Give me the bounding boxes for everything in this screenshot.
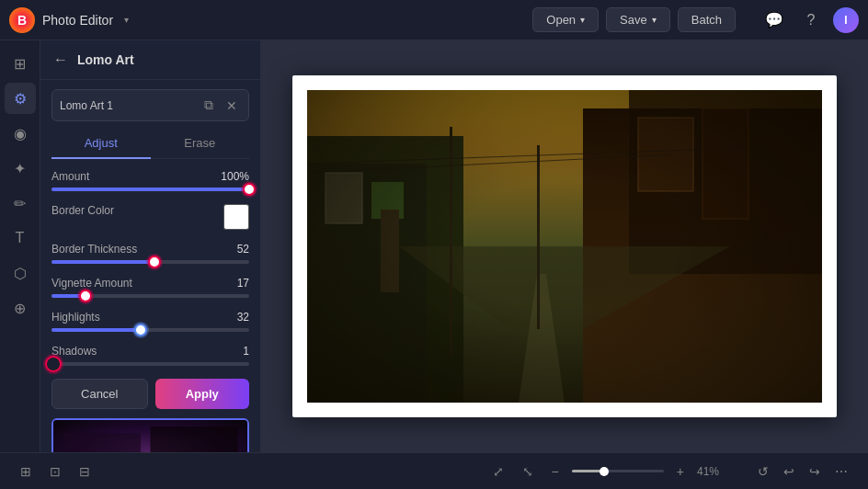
app-title-chevron[interactable]: ▾ <box>124 15 129 25</box>
topbar: B Photo Editor ▾ Open ▾ Save ▾ Batch 💬 ?… <box>0 0 868 40</box>
highlights-slider[interactable] <box>51 328 249 332</box>
undo-btn[interactable]: ↩ <box>778 461 800 483</box>
layers-tool-btn[interactable]: ⊞ <box>5 48 36 79</box>
layer-label: Lomo Art 1 <box>60 99 195 112</box>
amount-slider-row: Amount 100% <box>51 170 249 191</box>
rotate-btn[interactable]: ↺ <box>752 461 774 483</box>
highlights-value: 32 <box>237 311 249 324</box>
layer-copy-button[interactable]: ⧉ <box>200 96 217 115</box>
text-tool-btn[interactable]: T <box>5 222 36 254</box>
redo-btn[interactable]: ↪ <box>804 461 826 483</box>
tab-erase[interactable]: Erase <box>151 129 250 159</box>
help-icon-btn[interactable]: ? <box>796 6 826 35</box>
shadows-value: 1 <box>243 345 249 358</box>
app-title: Photo Editor <box>42 13 113 28</box>
vignette-slider-row: Vignette Amount 17 <box>51 277 249 298</box>
border-thickness-slider-row: Border Thickness 52 <box>51 243 249 264</box>
street-photo-svg <box>307 90 822 403</box>
panel-body: Lomo Art 1 ⧉ ✕ Adjust Erase Amount 100% <box>40 80 260 452</box>
amount-slider[interactable] <box>51 188 249 191</box>
svg-rect-21 <box>307 90 822 403</box>
shapes-tool-btn[interactable]: ⬡ <box>5 257 36 289</box>
thumb-image <box>53 420 247 452</box>
photo-image <box>307 90 822 403</box>
save-button[interactable]: Save ▾ <box>606 7 670 32</box>
back-button[interactable]: ← <box>51 50 70 70</box>
zoom-level: 41% <box>697 465 719 478</box>
effects-panel: ← Lomo Art Lomo Art 1 ⧉ ✕ Adjust Erase <box>40 40 261 452</box>
amount-label: Amount <box>51 170 89 183</box>
app-logo: B <box>9 7 35 33</box>
canvas-area <box>261 40 868 452</box>
crop-bottom-btn[interactable]: ⊡ <box>44 461 66 483</box>
shadows-slider[interactable] <box>51 362 249 366</box>
border-color-label: Border Color <box>51 204 114 230</box>
border-color-row: Border Color <box>51 204 249 230</box>
main-layout: ⊞ ⚙ ◉ ✦ ✏ T ⬡ ⊕ ← Lomo Art Lomo Art 1 ⧉ … <box>0 40 868 452</box>
bottom-bar: ⊞ ⊡ ⊟ ⤢ ⤡ − + 41% ↺ ↩ ↪ ⋯ <box>0 452 868 489</box>
camera-tool-btn[interactable]: ⊕ <box>5 292 36 324</box>
layer-item: Lomo Art 1 ⧉ ✕ <box>51 89 249 121</box>
batch-button[interactable]: Batch <box>678 7 736 32</box>
panel-tabs: Adjust Erase <box>51 129 249 159</box>
border-color-swatch[interactable] <box>223 204 249 230</box>
avatar[interactable]: I <box>833 7 859 33</box>
grid-bottom-btn[interactable]: ⊟ <box>74 461 96 483</box>
highlights-label: Highlights <box>51 311 100 324</box>
shadows-slider-row: Shadows 1 <box>51 345 249 366</box>
svg-rect-2 <box>151 426 238 452</box>
border-thickness-value: 52 <box>237 243 249 256</box>
brush-tool-btn[interactable]: ✏ <box>5 188 36 219</box>
layer-close-button[interactable]: ✕ <box>223 97 241 115</box>
more-btn[interactable]: ⋯ <box>829 461 853 483</box>
panel-header: ← Lomo Art <box>40 40 260 80</box>
expand-btn[interactable]: ⤢ <box>487 461 509 483</box>
apply-button[interactable]: Apply <box>155 379 250 409</box>
panel-title: Lomo Art <box>77 52 249 67</box>
magic-tool-btn[interactable]: ✦ <box>5 153 36 184</box>
lomo-art-thumb[interactable] <box>51 418 249 452</box>
chat-icon-btn[interactable]: 💬 <box>760 6 789 35</box>
shrink-btn[interactable]: ⤡ <box>517 461 539 483</box>
shadows-label: Shadows <box>51 345 97 358</box>
icon-bar: ⊞ ⚙ ◉ ✦ ✏ T ⬡ ⊕ <box>0 40 40 452</box>
zoom-slider[interactable] <box>572 470 664 472</box>
adjust-tool-btn[interactable]: ⚙ <box>5 83 36 114</box>
zoom-out-btn[interactable]: − <box>546 461 565 483</box>
layers-bottom-btn[interactable]: ⊞ <box>15 461 37 483</box>
action-buttons: Cancel Apply <box>51 379 249 409</box>
tab-adjust[interactable]: Adjust <box>51 129 151 159</box>
vignette-value: 17 <box>237 277 249 290</box>
border-thickness-label: Border Thickness <box>51 243 137 256</box>
vignette-label: Vignette Amount <box>51 277 132 290</box>
highlights-slider-row: Highlights 32 <box>51 311 249 332</box>
zoom-in-btn[interactable]: + <box>671 461 690 483</box>
photo-frame <box>292 75 837 417</box>
bottom-right-buttons: ↺ ↩ ↪ ⋯ <box>752 461 853 483</box>
amount-value: 100% <box>221 170 249 183</box>
vignette-slider[interactable] <box>51 294 249 298</box>
eye-tool-btn[interactable]: ◉ <box>5 118 36 149</box>
border-thickness-slider[interactable] <box>51 260 249 264</box>
cancel-button[interactable]: Cancel <box>51 379 148 409</box>
svg-rect-1 <box>63 433 141 452</box>
open-button[interactable]: Open ▾ <box>532 7 599 32</box>
